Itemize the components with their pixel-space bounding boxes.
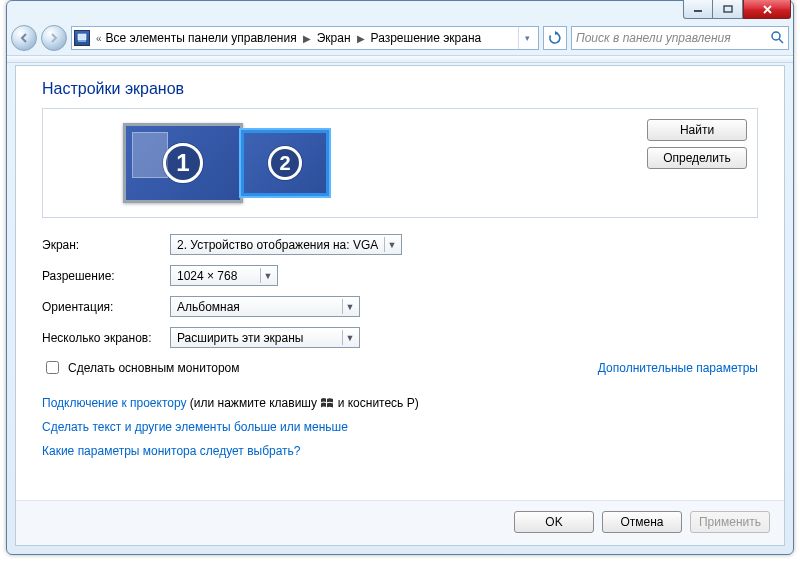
- display-value: 2. Устройство отображения на: VGA: [177, 238, 378, 252]
- svg-rect-3: [78, 40, 86, 42]
- chevron-right-icon: ▶: [355, 33, 367, 44]
- address-bar[interactable]: « Все элементы панели управления ▶ Экран…: [71, 26, 539, 50]
- toolbar-strip: [7, 55, 793, 63]
- text-size-link[interactable]: Сделать текст и другие элементы больше и…: [42, 420, 348, 434]
- search-placeholder: Поиск в панели управления: [576, 31, 731, 45]
- refresh-button[interactable]: [543, 26, 567, 50]
- multi-display-select[interactable]: Расширить эти экраны ▼: [170, 327, 360, 348]
- search-input[interactable]: Поиск в панели управления: [571, 26, 789, 50]
- monitor-2[interactable]: 2: [241, 130, 329, 196]
- dialog-footer: OK Отмена Применить: [16, 500, 784, 545]
- breadcrumb-item[interactable]: Разрешение экрана: [371, 31, 482, 45]
- cancel-button[interactable]: Отмена: [602, 511, 682, 533]
- multi-value: Расширить эти экраны: [177, 331, 303, 345]
- svg-rect-2: [78, 34, 86, 40]
- resolution-value: 1024 × 768: [177, 269, 237, 283]
- search-icon: [770, 30, 784, 47]
- svg-line-5: [779, 39, 783, 43]
- forward-button[interactable]: [41, 25, 67, 51]
- monitor-number: 1: [163, 143, 203, 183]
- projector-hint-b: и коснитесь P): [334, 396, 418, 410]
- find-button[interactable]: Найти: [647, 119, 747, 141]
- content-area: Настройки экранов 1 2 Найти Определить Э…: [15, 65, 785, 546]
- display-select[interactable]: 2. Устройство отображения на: VGA ▼: [170, 234, 402, 255]
- display-label: Экран:: [42, 238, 170, 252]
- window-frame: « Все элементы панели управления ▶ Экран…: [6, 0, 794, 555]
- apply-button[interactable]: Применить: [690, 511, 770, 533]
- control-panel-icon: [74, 30, 90, 46]
- make-main-label: Сделать основным монитором: [68, 361, 240, 375]
- svg-rect-1: [724, 6, 732, 12]
- close-button[interactable]: [743, 0, 791, 19]
- monitor-wallpaper-icon: [132, 132, 168, 178]
- back-button[interactable]: [11, 25, 37, 51]
- navigation-bar: « Все элементы панели управления ▶ Экран…: [7, 21, 793, 55]
- ok-button[interactable]: OK: [514, 511, 594, 533]
- chevron-down-icon: ▼: [260, 268, 275, 283]
- monitor-number: 2: [268, 146, 302, 180]
- orientation-select[interactable]: Альбомная ▼: [170, 296, 360, 317]
- chevron-down-icon: ▼: [342, 330, 357, 345]
- orientation-value: Альбомная: [177, 300, 240, 314]
- svg-rect-0: [694, 10, 702, 12]
- identify-button[interactable]: Определить: [647, 147, 747, 169]
- resolution-select[interactable]: 1024 × 768 ▼: [170, 265, 278, 286]
- projector-hint-a: (или нажмите клавишу: [187, 396, 321, 410]
- minimize-button[interactable]: [683, 0, 713, 19]
- chevron-down-icon: ▼: [384, 237, 399, 252]
- svg-point-4: [772, 32, 780, 40]
- maximize-button[interactable]: [713, 0, 743, 19]
- breadcrumb-item[interactable]: Экран: [317, 31, 351, 45]
- monitor-1[interactable]: 1: [123, 123, 243, 203]
- make-main-checkbox[interactable]: [46, 361, 59, 374]
- chevron-right-icon: ▶: [301, 33, 313, 44]
- chevron-double-left-icon: «: [96, 33, 102, 44]
- projector-link[interactable]: Подключение к проектору: [42, 396, 187, 410]
- multi-label: Несколько экранов:: [42, 331, 170, 345]
- window-controls: [683, 0, 791, 19]
- windows-key-icon: [320, 397, 334, 409]
- help-links: Подключение к проектору (или нажмите кла…: [42, 391, 758, 463]
- titlebar: [7, 1, 793, 21]
- chevron-down-icon: ▼: [342, 299, 357, 314]
- which-settings-link[interactable]: Какие параметры монитора следует выбрать…: [42, 444, 301, 458]
- breadcrumb-item[interactable]: Все элементы панели управления: [106, 31, 297, 45]
- page-title: Настройки экранов: [42, 80, 758, 98]
- resolution-label: Разрешение:: [42, 269, 170, 283]
- settings-form: Экран: 2. Устройство отображения на: VGA…: [42, 234, 758, 463]
- address-dropdown[interactable]: ▾: [518, 27, 536, 49]
- advanced-settings-link[interactable]: Дополнительные параметры: [598, 361, 758, 375]
- orientation-label: Ориентация:: [42, 300, 170, 314]
- monitor-arrangement[interactable]: 1 2 Найти Определить: [42, 108, 758, 218]
